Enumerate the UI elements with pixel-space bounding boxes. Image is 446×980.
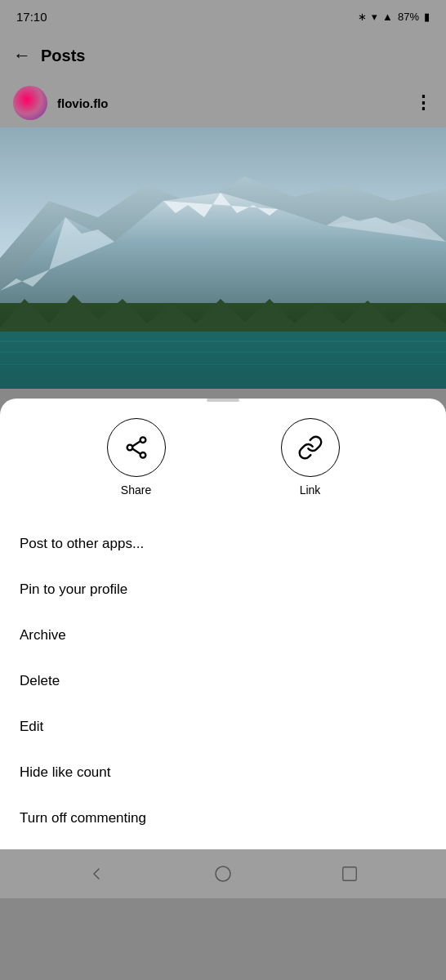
user-row: flovio.flo ⋮ [0, 78, 446, 127]
status-icons: ∗ ▾ ▲ 87% ▮ [358, 11, 430, 23]
link-label: Link [300, 483, 321, 497]
share-icon-circle [107, 418, 166, 477]
username: flovio.flo [57, 96, 109, 110]
link-button[interactable]: Link [281, 418, 340, 497]
svg-line-17 [132, 449, 140, 454]
avatar [13, 86, 47, 120]
signal-icon: ▲ [382, 11, 393, 23]
bluetooth-icon: ∗ [358, 11, 367, 23]
share-label: Share [121, 483, 151, 497]
battery-percent: 87% [398, 11, 419, 23]
link-icon-circle [281, 418, 340, 477]
link-icon [297, 434, 323, 461]
back-nav-button[interactable] [84, 862, 109, 886]
square-nav-icon [341, 865, 359, 883]
share-button[interactable]: Share [107, 418, 166, 497]
home-nav-icon [213, 864, 233, 884]
back-nav-icon [87, 864, 106, 884]
svg-marker-9 [0, 332, 446, 389]
share-icon [123, 434, 149, 461]
bottom-sheet: Share Link Post to other apps... Pin to … [0, 399, 446, 849]
menu-item-hide-like-count[interactable]: Hide like count [0, 750, 446, 795]
more-options-button[interactable]: ⋮ [414, 92, 433, 114]
wifi-icon: ▾ [372, 11, 377, 23]
square-nav-button[interactable] [337, 862, 362, 886]
action-row: Share Link [0, 418, 446, 513]
status-time: 17:10 [16, 10, 47, 24]
svg-point-18 [216, 866, 230, 881]
menu-item-post-to-other-apps[interactable]: Post to other apps... [0, 521, 446, 567]
home-nav-button[interactable] [211, 862, 235, 886]
menu-list: Post to other apps... Pin to your profil… [0, 513, 446, 849]
menu-item-pin-to-profile[interactable]: Pin to your profile [0, 567, 446, 612]
user-info: flovio.flo [13, 86, 109, 120]
menu-item-edit[interactable]: Edit [0, 704, 446, 750]
status-bar: 17:10 ∗ ▾ ▲ 87% ▮ [0, 0, 446, 33]
menu-item-turn-off-commenting[interactable]: Turn off commenting [0, 795, 446, 841]
top-nav: ← Posts [0, 33, 446, 78]
bottom-nav [0, 849, 446, 898]
menu-item-archive[interactable]: Archive [0, 612, 446, 658]
post-image [0, 127, 446, 389]
back-button[interactable]: ← [13, 45, 31, 66]
menu-item-delete[interactable]: Delete [0, 658, 446, 704]
drag-handle[interactable] [207, 399, 239, 402]
svg-rect-19 [343, 867, 357, 881]
battery-icon: ▮ [424, 11, 430, 23]
svg-line-16 [132, 441, 140, 446]
page-title: Posts [41, 47, 85, 65]
